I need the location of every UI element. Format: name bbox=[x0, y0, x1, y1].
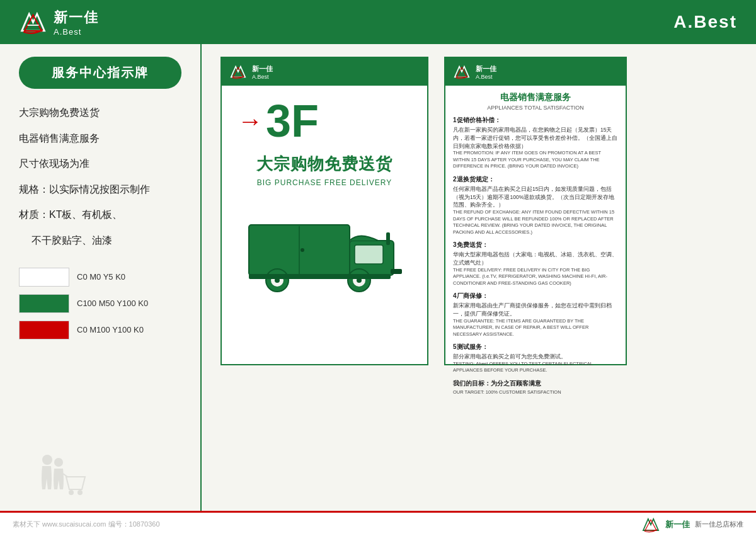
sign1-logo-icon bbox=[229, 63, 247, 81]
sign2-logo-icon bbox=[453, 63, 471, 81]
floor-arrow: → bbox=[238, 107, 263, 135]
main-content: 服务中心指示牌 大宗购物免费送货 电器销售满意服务 尺寸依现场为准 规格：以实际… bbox=[0, 44, 756, 511]
color-swatches: C0 M0 Y5 K0 C100 M50 Y100 K0 C0 M100 Y10… bbox=[19, 268, 181, 339]
service-section-4: 4厂商保修： 新宋家用电器由生产厂商提供保修服务，如您在过程中需到归档一，提供厂… bbox=[453, 292, 618, 338]
section3-text-cn: 华南大型家用电器包括（大家电：电视机、冰箱、洗衣机、空调、立式燃气灶） bbox=[453, 251, 618, 267]
section3-title: 3免费送货： bbox=[453, 241, 618, 249]
svg-marker-3 bbox=[231, 67, 245, 77]
section5-title: 5测试服务： bbox=[453, 343, 618, 351]
sign1-logo-en: A.Best bbox=[252, 74, 273, 80]
svg-rect-8 bbox=[386, 232, 390, 245]
section1-text-cn: 凡在新一家购买的家用电器品，在您购物之日起（见发票）15天内，若看一家进行促销，… bbox=[453, 126, 618, 150]
footer: 素材天下 www.sucaisucai.com 编号：10870360 新一佳 … bbox=[0, 511, 756, 536]
svg-rect-16 bbox=[249, 274, 391, 279]
sign2-heading-cn: 电器销售满意服务 bbox=[453, 92, 618, 103]
logo-english: A.Best bbox=[54, 27, 99, 37]
right-panel: 新一佳 A.Best → 3F 大宗购物免费送货 BIG PURCHASE FR… bbox=[202, 44, 756, 511]
sign2-heading-en: APPLIANCES TOTAL SATISFACTION bbox=[453, 105, 618, 111]
svg-rect-7 bbox=[355, 245, 383, 264]
info-item-4: 规格：以实际情况按图示制作 bbox=[19, 181, 181, 198]
info-item-3: 尺寸依现场为准 bbox=[19, 156, 181, 172]
svg-point-25 bbox=[77, 490, 83, 495]
sign1-logo-cn: 新一佳 bbox=[252, 64, 273, 74]
section1-text-en: THE PROMOTION: IF ANY ITEM GOES ON PROMO… bbox=[453, 150, 618, 170]
info-item-6: 不干胶贴字、油漆 bbox=[19, 232, 181, 249]
service-section-3: 3免费送货： 华南大型家用电器包括（大家电：电视机、冰箱、洗衣机、空调、立式燃气… bbox=[453, 241, 618, 287]
sign1-title-cn: 大宗购物免费送货 bbox=[256, 153, 392, 175]
sign1-header: 新一佳 A.Best bbox=[222, 58, 427, 86]
floor-indicator: → 3F bbox=[238, 98, 319, 144]
floor-number: 3F bbox=[266, 98, 319, 144]
section2-text-cn: 任何家用电器产品在购买之日起15日内，如发现质量问题，包括（视为15天）逾期不退… bbox=[453, 185, 618, 209]
left-info: 大宗购物免费送货 电器销售满意服务 尺寸依现场为准 规格：以实际情况按图示制作 … bbox=[19, 105, 181, 249]
svg-point-22 bbox=[54, 458, 63, 467]
swatch-green bbox=[19, 294, 69, 313]
people-silhouette bbox=[35, 448, 91, 508]
swatch-label-1: C0 M0 Y5 K0 bbox=[77, 272, 125, 282]
swatch-label-2: C100 M50 Y100 K0 bbox=[77, 299, 148, 308]
section4-text-en: THE GUARANTEE: THE ITEMS ARE GUARANTEED … bbox=[453, 318, 618, 338]
sign-card-service: 新一佳 A.Best 电器销售满意服务 APPLIANCES TOTAL SAT… bbox=[444, 57, 627, 365]
footer-logo-icon bbox=[641, 515, 660, 534]
sign2-logo-cn: 新一佳 bbox=[476, 64, 496, 74]
header: 新一佳 A.Best A.Best bbox=[0, 0, 756, 44]
logo-chinese: 新一佳 bbox=[54, 8, 99, 27]
service-section-6: 我们的目标：为分之百顾客满意 OUR TARGET: 100% CUSTOMER… bbox=[453, 379, 618, 396]
swatch-label-3: C0 M100 Y100 K0 bbox=[77, 325, 144, 334]
svg-line-23 bbox=[63, 474, 67, 477]
section5-text-cn: 部分家用电器在购买之前可为您先免费测试。 bbox=[453, 353, 618, 361]
sign-card-delivery: 新一佳 A.Best → 3F 大宗购物免费送货 BIG PURCHASE FR… bbox=[220, 57, 428, 365]
svg-marker-26 bbox=[643, 519, 658, 530]
section2-title: 2退换货规定： bbox=[453, 175, 618, 184]
left-panel: 服务中心指示牌 大宗购物免费送货 电器销售满意服务 尺寸依现场为准 规格：以实际… bbox=[0, 44, 202, 511]
swatch-row-3: C0 M100 Y100 K0 bbox=[19, 321, 181, 339]
section5-text-en: TESTING: Abest OFFERS YOU TO TEST CERTAI… bbox=[453, 361, 618, 374]
sign2-body: 电器销售满意服务 APPLIANCES TOTAL SATISFACTION 1… bbox=[445, 86, 626, 407]
sign2-logo-en: A.Best bbox=[476, 74, 496, 80]
service-section-1: 1促销价格补偿： 凡在新一家购买的家用电器品，在您购物之日起（见发票）15天内，… bbox=[453, 116, 618, 170]
svg-point-21 bbox=[42, 455, 52, 465]
footer-watermark: 素材天下 www.sucaisucai.com 编号：10870360 bbox=[13, 520, 160, 529]
sign2-logo-text: 新一佳 A.Best bbox=[476, 64, 496, 80]
section4-text-cn: 新宋家用电器由生产厂商提供保修服务，如您在过程中需到归档一，提供厂商保修凭证。 bbox=[453, 302, 618, 318]
info-item-1: 大宗购物免费送货 bbox=[19, 105, 181, 121]
header-logo: 新一佳 A.Best bbox=[19, 8, 99, 37]
svg-marker-19 bbox=[455, 67, 469, 77]
service-section-2: 2退换货规定： 任何家用电器产品在购买之日起15日内，如发现质量问题，包括（视为… bbox=[453, 175, 618, 236]
swatch-row-1: C0 M0 Y5 K0 bbox=[19, 268, 181, 287]
footer-brand-name: 新一佳 bbox=[665, 519, 690, 530]
swatch-row-2: C100 M50 Y100 K0 bbox=[19, 294, 181, 313]
info-item-5: 材质：KT板、有机板、 bbox=[19, 207, 181, 223]
service-section-5: 5测试服务： 部分家用电器在购买之前可为您先免费测试。 TESTING: Abe… bbox=[453, 343, 618, 374]
section6-text-en: OUR TARGET: 100% CUSTOMER SATISFACTION bbox=[453, 389, 618, 396]
logo-icon bbox=[19, 8, 47, 37]
swatch-white bbox=[19, 268, 69, 287]
section1-title: 1促销价格补偿： bbox=[453, 116, 618, 125]
service-title: 服务中心指示牌 bbox=[19, 57, 181, 89]
logo-text-block: 新一佳 A.Best bbox=[54, 8, 99, 37]
swatch-red bbox=[19, 321, 69, 339]
header-brand: A.Best bbox=[673, 12, 737, 32]
section4-title: 4厂商保修： bbox=[453, 292, 618, 300]
sign1-logo-text: 新一佳 A.Best bbox=[252, 64, 273, 80]
section3-text-en: THE FREE DELIVERY: FREE DELIVERY IN CITY… bbox=[453, 267, 618, 287]
sign2-header: 新一佳 A.Best bbox=[445, 58, 626, 86]
sign1-title-en: BIG PURCHASE FREE DELIVERY bbox=[257, 178, 392, 187]
svg-point-24 bbox=[69, 490, 74, 495]
footer-right: 新一佳 新一佳总店标准 bbox=[641, 515, 743, 534]
svg-rect-9 bbox=[391, 269, 402, 274]
footer-standard: 新一佳总店标准 bbox=[695, 520, 743, 529]
info-item-2: 电器销售满意服务 bbox=[19, 130, 181, 147]
section2-text-en: THE REFUND OF EXCHANGE: ANY ITEM FOUND D… bbox=[453, 209, 618, 236]
sign1-body: → 3F 大宗购物免费送货 BIG PURCHASE FREE DELIVERY bbox=[222, 86, 427, 309]
truck-illustration bbox=[243, 206, 406, 297]
svg-point-18 bbox=[301, 248, 304, 252]
section6-title: 我们的目标：为分之百顾客满意 bbox=[453, 379, 618, 388]
